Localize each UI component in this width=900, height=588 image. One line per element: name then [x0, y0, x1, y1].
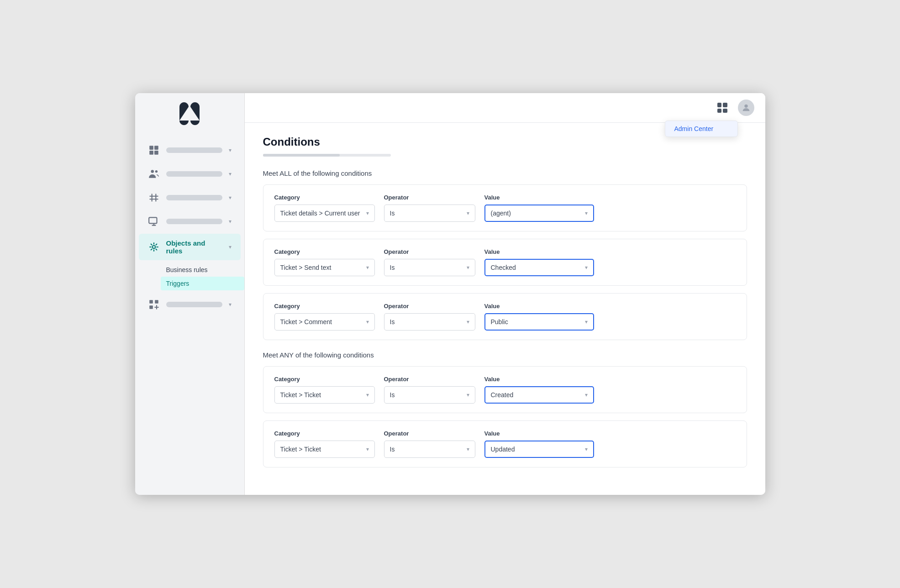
svg-rect-0 — [149, 146, 153, 150]
operator-label-2: Operator — [384, 248, 475, 255]
chevron-icon: ▾ — [467, 210, 469, 216]
page-content: Conditions Meet ALL of the following con… — [245, 123, 765, 495]
nav-label-placeholder — [166, 171, 222, 177]
category-label-2: Category — [274, 248, 375, 255]
meet-all-label: Meet ALL of the following conditions — [263, 169, 747, 177]
value-label-any-2: Value — [484, 430, 594, 437]
category-select-2[interactable]: Ticket > Send text ▾ — [274, 259, 375, 276]
sub-nav-item-triggers[interactable]: Triggers — [161, 277, 244, 290]
operator-select-2[interactable]: Is ▾ — [384, 259, 475, 276]
chevron-down-icon: ▾ — [229, 301, 232, 308]
channels-icon — [148, 192, 160, 204]
sub-navigation: Business rules Triggers — [135, 261, 244, 292]
page-title: Conditions — [263, 136, 747, 148]
category-label-any-1: Category — [274, 376, 375, 383]
meet-any-label: Meet ANY of the following conditions — [263, 351, 747, 359]
svg-rect-10 — [149, 305, 153, 309]
chevron-down-icon: ▾ — [229, 171, 232, 177]
chevron-icon: ▾ — [585, 319, 588, 325]
sidebar-item-people[interactable]: ▾ — [139, 163, 241, 185]
chevron-icon: ▾ — [366, 264, 369, 271]
sidebar-item-channels[interactable]: ▾ — [139, 186, 241, 209]
nav-label-placeholder — [166, 219, 222, 224]
operator-field-2: Operator Is ▾ — [384, 248, 475, 276]
svg-rect-2 — [149, 151, 153, 155]
sidebar-item-devices[interactable]: ▾ — [139, 210, 241, 233]
svg-point-11 — [744, 105, 747, 108]
chevron-icon: ▾ — [366, 392, 369, 398]
category-select-any-2[interactable]: Ticket > Ticket ▾ — [274, 441, 375, 458]
category-select-3[interactable]: Ticket > Comment ▾ — [274, 313, 375, 331]
sidebar-item-objects[interactable]: Objects and rules ▾ — [139, 234, 241, 260]
value-select-1[interactable]: (agent) ▾ — [484, 205, 594, 222]
value-label-2: Value — [484, 248, 594, 255]
svg-point-7 — [152, 246, 155, 249]
people-icon — [148, 168, 160, 180]
operator-select-1[interactable]: Is ▾ — [384, 205, 475, 222]
category-field-3: Category Ticket > Comment ▾ — [274, 303, 375, 331]
svg-rect-9 — [155, 300, 158, 304]
value-field-1: Value (agent) ▾ — [484, 194, 594, 222]
sidebar-item-label-objects: Objects and rules — [166, 239, 222, 255]
chevron-down-icon: ▾ — [229, 194, 232, 201]
apps-icon — [148, 299, 160, 310]
nav-label-placeholder — [166, 195, 222, 200]
chevron-down-icon: ▾ — [229, 244, 232, 250]
chevron-icon: ▾ — [366, 319, 369, 325]
operator-field-1: Operator Is ▾ — [384, 194, 475, 222]
grid-icon — [717, 103, 727, 113]
chevron-icon: ▾ — [585, 392, 588, 398]
chevron-icon: ▾ — [585, 264, 588, 271]
value-select-any-1[interactable]: Created ▾ — [484, 386, 594, 404]
apps-grid-button[interactable] — [714, 100, 731, 116]
condition-row-2: Category Ticket > Send text ▾ Operator I… — [274, 248, 736, 276]
operator-select-any-1[interactable]: Is ▾ — [384, 386, 475, 404]
sub-nav-item-business-rules[interactable]: Business rules — [161, 263, 244, 277]
category-label-3: Category — [274, 303, 375, 310]
chevron-icon: ▾ — [467, 264, 469, 271]
admin-center-link[interactable]: Admin Center — [665, 121, 723, 137]
chevron-icon: ▾ — [467, 446, 469, 452]
category-select-1[interactable]: Ticket details > Current user ▾ — [274, 205, 375, 222]
value-select-2[interactable]: Checked ▾ — [484, 259, 594, 276]
svg-rect-6 — [149, 217, 157, 223]
condition-card-any-1: Category Ticket > Ticket ▾ Operator Is ▾ — [263, 366, 747, 413]
value-field-any-1: Value Created ▾ — [484, 376, 594, 404]
value-select-any-2[interactable]: Updated ▾ — [484, 441, 594, 458]
value-select-3[interactable]: Public ▾ — [484, 313, 594, 331]
operator-select-3[interactable]: Is ▾ — [384, 313, 475, 331]
user-avatar[interactable] — [738, 100, 754, 116]
category-field-2: Category Ticket > Send text ▾ — [274, 248, 375, 276]
topbar: Admin Center — [245, 93, 765, 123]
value-field-any-2: Value Updated ▾ — [484, 430, 594, 458]
nav-label-placeholder — [166, 147, 222, 153]
condition-row-any-1: Category Ticket > Ticket ▾ Operator Is ▾ — [274, 376, 736, 404]
chevron-icon: ▾ — [467, 392, 469, 398]
sidebar-item-apps[interactable]: ▾ — [139, 293, 241, 316]
avatar-person-icon — [741, 103, 751, 113]
operator-label-any-1: Operator — [384, 376, 475, 383]
chevron-down-icon: ▾ — [229, 218, 232, 225]
nav-label-placeholder — [166, 302, 222, 307]
condition-card-2: Category Ticket > Send text ▾ Operator I… — [263, 239, 747, 286]
sidebar-item-workspace[interactable]: ▾ — [139, 139, 241, 162]
chevron-icon: ▾ — [366, 210, 369, 216]
value-label-1: Value — [484, 194, 594, 201]
svg-rect-3 — [154, 151, 158, 155]
operator-label-any-2: Operator — [384, 430, 475, 437]
main-content: Admin Center Conditions Meet ALL of the … — [245, 93, 765, 495]
svg-point-5 — [155, 170, 157, 173]
category-field-any-1: Category Ticket > Ticket ▾ — [274, 376, 375, 404]
operator-field-any-2: Operator Is ▾ — [384, 430, 475, 458]
chevron-down-icon: ▾ — [229, 147, 232, 153]
condition-card-3: Category Ticket > Comment ▾ Operator Is … — [263, 293, 747, 340]
progress-bar-fill — [263, 154, 340, 157]
chevron-icon: ▾ — [467, 319, 469, 325]
category-select-any-1[interactable]: Ticket > Ticket ▾ — [274, 386, 375, 404]
sidebar: ▾ ▾ ▾ — [135, 93, 245, 495]
operator-select-any-2[interactable]: Is ▾ — [384, 441, 475, 458]
condition-card-1: Category Ticket details > Current user ▾… — [263, 184, 747, 231]
svg-rect-8 — [149, 300, 153, 304]
chevron-icon: ▾ — [585, 210, 588, 216]
value-label-3: Value — [484, 303, 594, 310]
